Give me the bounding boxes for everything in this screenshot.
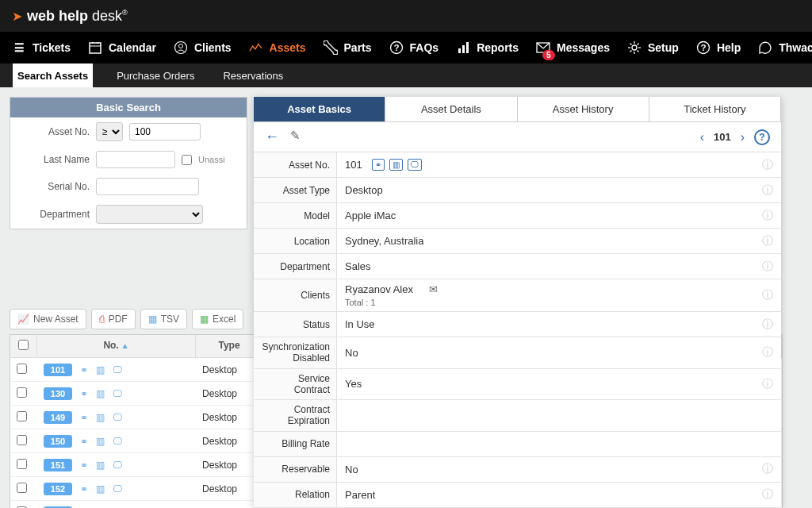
nav-parts[interactable]: Parts <box>324 40 372 55</box>
nav-tickets[interactable]: ☰Tickets <box>12 40 71 55</box>
nav-messages[interactable]: Messages5 <box>536 40 610 55</box>
last-name-label: Last Name <box>18 154 90 165</box>
panel-help-icon[interactable]: ? <box>754 129 770 145</box>
edit-pencil-icon[interactable]: ✎ <box>290 129 301 145</box>
expiration-value <box>337 411 781 419</box>
parts-icon <box>324 40 338 55</box>
nav-reports[interactable]: Reports <box>456 40 519 55</box>
tab-ticket-history[interactable]: Ticket History <box>649 97 781 121</box>
nav-thwack[interactable]: Thwack <box>758 40 812 55</box>
relation-value: Parent <box>337 485 762 505</box>
faqs-icon: ? <box>389 40 404 55</box>
pdf-button[interactable]: ⎙PDF <box>91 309 136 329</box>
content-area: Basic Search Asset No. ≥ Last Name Unass… <box>0 87 812 508</box>
row-checkbox[interactable] <box>17 459 27 469</box>
tsv-button[interactable]: ▦TSV <box>140 309 187 329</box>
excel-button[interactable]: ▦Excel <box>192 309 243 329</box>
nav-faqs[interactable]: ?FAQs <box>389 40 439 55</box>
info-icon[interactable]: ⓘ <box>762 209 781 223</box>
tickets-icon: ☰ <box>12 40 26 55</box>
asset-badge[interactable]: 130 <box>44 387 72 400</box>
link-icon[interactable]: ⚭ <box>80 483 88 495</box>
tab-asset-basics[interactable]: Asset Basics <box>254 97 385 121</box>
barcode-icon[interactable]: ▥ <box>96 364 105 375</box>
link-icon[interactable]: ⚭ <box>80 364 88 375</box>
svg-line-20 <box>637 44 638 45</box>
barcode-icon[interactable]: ▥ <box>96 483 105 495</box>
subnav-search-assets[interactable]: Search Assets <box>13 64 93 87</box>
subnav-reservations[interactable]: Reservations <box>218 64 288 87</box>
monitor-icon[interactable]: 🖵 <box>113 364 122 375</box>
monitor-icon[interactable]: 🖵 <box>113 483 122 495</box>
asset-badge[interactable]: 150 <box>44 435 72 448</box>
link-icon[interactable]: ⚭ <box>80 412 88 423</box>
location-value: Sydney, Australia <box>337 231 762 251</box>
asset-no-input[interactable] <box>129 123 201 140</box>
nav-clients[interactable]: Clients <box>174 40 232 55</box>
serial-no-input[interactable] <box>96 178 199 195</box>
info-icon[interactable]: ⓘ <box>762 183 781 198</box>
reservable-dlabel: Reservable <box>254 457 337 482</box>
info-icon[interactable]: ⓘ <box>762 318 781 332</box>
new-asset-button[interactable]: 📈New Asset <box>10 309 86 329</box>
monitor-icon[interactable]: 🖵 <box>113 388 122 399</box>
info-icon[interactable]: ⓘ <box>762 234 781 248</box>
monitor-icon[interactable]: 🖵 <box>113 460 122 471</box>
col-no[interactable]: No.▲ <box>37 335 196 357</box>
barcode-icon[interactable]: ▥ <box>96 412 105 423</box>
basic-search-panel: Basic Search Asset No. ≥ Last Name Unass… <box>10 97 247 229</box>
info-icon[interactable]: ⓘ <box>762 377 781 391</box>
unassigned-checkbox[interactable] <box>182 155 192 165</box>
panel-toolbar: ← ✎ ‹ 101 › ? <box>254 122 781 152</box>
logo-text: web help desk® <box>27 8 128 25</box>
monitor-icon[interactable]: 🖵 <box>408 159 422 171</box>
last-name-input[interactable] <box>96 151 175 168</box>
asset-badge[interactable]: 152 <box>44 483 72 495</box>
row-checkbox[interactable] <box>17 483 27 493</box>
asset-badge[interactable]: 101 <box>44 364 72 376</box>
link-icon[interactable]: ⚭ <box>372 159 385 171</box>
link-icon[interactable]: ⚭ <box>80 388 88 399</box>
contract-value: Yes <box>337 374 762 394</box>
row-checkbox[interactable] <box>17 364 27 374</box>
info-icon[interactable]: ⓘ <box>762 487 781 502</box>
barcode-icon[interactable]: ▥ <box>96 436 105 447</box>
barcode-icon[interactable]: ▥ <box>96 388 105 399</box>
svg-rect-0 <box>90 43 101 53</box>
calendar-icon <box>88 40 102 55</box>
info-icon[interactable]: ⓘ <box>762 345 781 360</box>
barcode-icon[interactable]: ▥ <box>389 159 403 171</box>
info-icon[interactable]: ⓘ <box>762 260 781 274</box>
status-dlabel: Status <box>254 312 337 337</box>
asset-badge[interactable]: 151 <box>44 459 72 471</box>
nav-assets[interactable]: Assets <box>249 40 306 55</box>
barcode-icon[interactable]: ▥ <box>96 460 105 471</box>
tab-asset-history[interactable]: Asset History <box>518 97 649 121</box>
subnav-purchase-orders[interactable]: Purchase Orders <box>112 64 199 87</box>
info-icon[interactable]: ⓘ <box>762 158 781 172</box>
info-icon[interactable]: ⓘ <box>762 288 781 302</box>
nav-calendar[interactable]: Calendar <box>88 40 156 55</box>
tab-asset-details[interactable]: Asset Details <box>385 97 517 121</box>
clients-value: Ryazanov Alex <box>345 283 413 295</box>
nav-help[interactable]: ?Help <box>696 40 741 55</box>
mail-icon[interactable]: ✉ <box>429 283 438 295</box>
asset-badge[interactable]: 149 <box>44 411 72 424</box>
prev-arrow-icon[interactable]: ‹ <box>700 130 704 144</box>
monitor-icon[interactable]: 🖵 <box>113 412 122 423</box>
back-arrow-icon[interactable]: ← <box>265 129 279 145</box>
link-icon[interactable]: ⚭ <box>80 460 88 471</box>
monitor-icon[interactable]: 🖵 <box>113 436 122 447</box>
row-checkbox[interactable] <box>17 435 27 445</box>
link-icon[interactable]: ⚭ <box>80 436 88 447</box>
reservable-value: No <box>337 460 762 479</box>
row-checkbox[interactable] <box>17 411 27 421</box>
info-icon[interactable]: ⓘ <box>762 462 781 476</box>
row-checkbox[interactable] <box>17 387 27 398</box>
department-select[interactable] <box>96 205 203 224</box>
select-all-checkbox[interactable] <box>18 340 29 350</box>
next-arrow-icon[interactable]: › <box>741 130 745 144</box>
nav-setup[interactable]: Setup <box>627 40 679 55</box>
asset-no-operator[interactable]: ≥ <box>96 122 123 141</box>
reports-icon <box>456 40 470 55</box>
